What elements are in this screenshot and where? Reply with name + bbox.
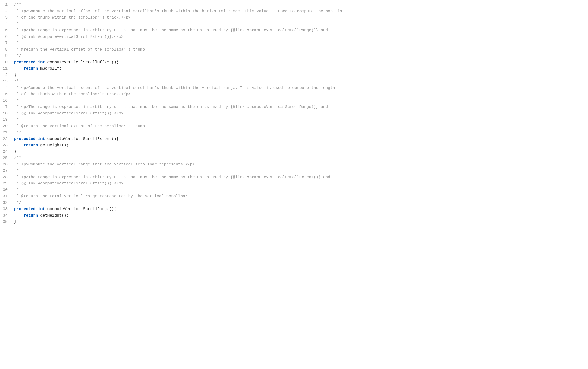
token-default [35,60,38,65]
code-line[interactable]: /** [14,78,588,85]
line-number: 12 [0,72,8,78]
line-number: 15 [0,91,8,97]
token-comment: */ [14,200,21,205]
token-comment: * @return the vertical offset of the scr… [14,47,145,52]
code-line[interactable]: * @return the vertical offset of the scr… [14,46,588,53]
token-keyword: int [38,60,45,65]
token-comment: */ [14,53,21,58]
line-number: 23 [0,142,8,149]
code-line[interactable]: * of the thumb within the scrollbar's tr… [14,91,588,97]
code-line[interactable]: * [14,40,588,46]
line-number: 24 [0,149,8,155]
code-line[interactable]: } [14,219,588,225]
code-line[interactable]: } [14,149,588,155]
token-comment: * @return the vertical extent of the scr… [14,124,145,128]
code-line[interactable]: return getHeight(); [14,142,588,149]
line-number: 18 [0,110,8,117]
code-line[interactable]: /** [14,155,588,161]
token-default [14,143,23,147]
line-number: 21 [0,129,8,136]
token-keyword: int [38,207,45,211]
line-number: 3 [0,14,8,21]
code-line[interactable]: * <p>The range is expressed in arbitrary… [14,27,588,34]
code-line[interactable]: * <p>The range is expressed in arbitrary… [14,174,588,181]
token-default [35,207,38,211]
code-line[interactable]: protected int computeVerticalScrollRange… [14,206,588,212]
token-comment: * {@link #computeVerticalScrollOffset()}… [14,181,123,186]
code-line[interactable]: * <p>Compute the vertical range that the… [14,161,588,168]
line-number: 31 [0,193,8,200]
code-line[interactable]: return mScrollY; [14,65,588,72]
line-number: 17 [0,104,8,110]
token-keyword: return [23,143,38,147]
token-default: getHeight(); [38,143,69,147]
code-line[interactable]: * [14,97,588,104]
code-line[interactable]: * {@link #computeVerticalScrollOffset()}… [14,110,588,117]
line-number: 34 [0,212,8,219]
line-number: 26 [0,161,8,168]
token-comment: * {@link #computeVerticalScrollExtent()}… [14,34,123,39]
code-line[interactable]: * of the thumb within the scrollbar's tr… [14,14,588,21]
line-number: 14 [0,85,8,91]
code-line[interactable]: * <p>The range is expressed in arbitrary… [14,104,588,110]
token-default: } [14,149,16,154]
line-number: 27 [0,168,8,174]
token-comment: /** [14,2,21,7]
line-number: 20 [0,123,8,130]
line-number: 16 [0,97,8,104]
token-keyword: protected [14,60,35,65]
code-line[interactable]: * [14,116,588,123]
token-keyword: int [38,137,45,141]
code-line[interactable]: * {@link #computeVerticalScrollExtent()}… [14,34,588,40]
code-editor-content[interactable]: /** * <p>Compute the vertical offset of … [10,2,588,225]
line-number: 10 [0,59,8,66]
code-line[interactable]: * @return the vertical extent of the scr… [14,123,588,130]
token-comment: * [14,98,19,103]
token-comment: * @return the total vertical range repre… [14,194,188,199]
line-number: 2 [0,8,8,15]
token-comment: */ [14,130,21,135]
code-line[interactable]: * <p>Compute the vertical extent of the … [14,85,588,91]
code-line[interactable]: protected int computeVerticalScrollOffse… [14,59,588,66]
token-default [14,66,23,71]
code-line[interactable]: return getHeight(); [14,212,588,219]
line-number-gutter: 1234567891011121314151617181920212223242… [0,2,10,225]
code-line[interactable]: */ [14,129,588,136]
code-line[interactable]: * @return the total vertical range repre… [14,193,588,200]
line-number: 35 [0,219,8,225]
token-comment: * [14,168,19,173]
token-keyword: protected [14,207,35,211]
code-line[interactable]: */ [14,200,588,206]
line-number: 30 [0,187,8,193]
token-comment: * <p>The range is expressed in arbitrary… [14,28,328,33]
line-number: 19 [0,116,8,123]
code-line[interactable]: protected int computeVerticalScrollExten… [14,136,588,142]
line-number: 13 [0,78,8,85]
line-number: 11 [0,65,8,72]
token-comment: /** [14,79,21,84]
token-default: computeVerticalScrollExtent(){ [45,137,119,141]
code-line[interactable]: } [14,72,588,78]
code-line[interactable]: */ [14,53,588,59]
code-line[interactable]: * [14,187,588,193]
token-comment: * <p>The range is expressed in arbitrary… [14,175,330,180]
line-number: 4 [0,21,8,27]
line-number: 8 [0,46,8,53]
code-line[interactable]: * {@link #computeVerticalScrollOffset()}… [14,180,588,187]
code-line[interactable]: * [14,21,588,27]
token-keyword: return [23,66,38,71]
line-number: 5 [0,27,8,34]
token-default: computeVerticalScrollRange(){ [45,207,116,211]
token-comment: * of the thumb within the scrollbar's tr… [14,92,131,96]
code-line[interactable]: /** [14,2,588,8]
token-default: getHeight(); [38,213,69,218]
line-number: 29 [0,180,8,187]
line-number: 28 [0,174,8,181]
line-number: 22 [0,136,8,142]
token-default [14,213,23,218]
token-comment: * <p>Compute the vertical range that the… [14,162,195,167]
code-line[interactable]: * [14,168,588,174]
token-comment: /** [14,156,21,160]
token-comment: * [14,41,19,45]
code-line[interactable]: * <p>Compute the vertical offset of the … [14,8,588,15]
